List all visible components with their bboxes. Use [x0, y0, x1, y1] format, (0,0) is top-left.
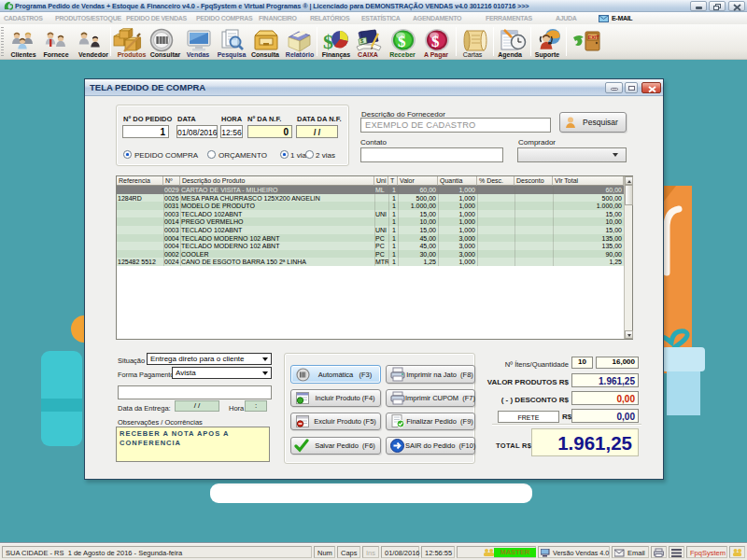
svg-text:$: $: [323, 30, 333, 53]
svg-text:EXIT: EXIT: [588, 35, 600, 40]
svg-text:$: $: [398, 33, 406, 50]
svg-text:$: $: [431, 33, 440, 50]
